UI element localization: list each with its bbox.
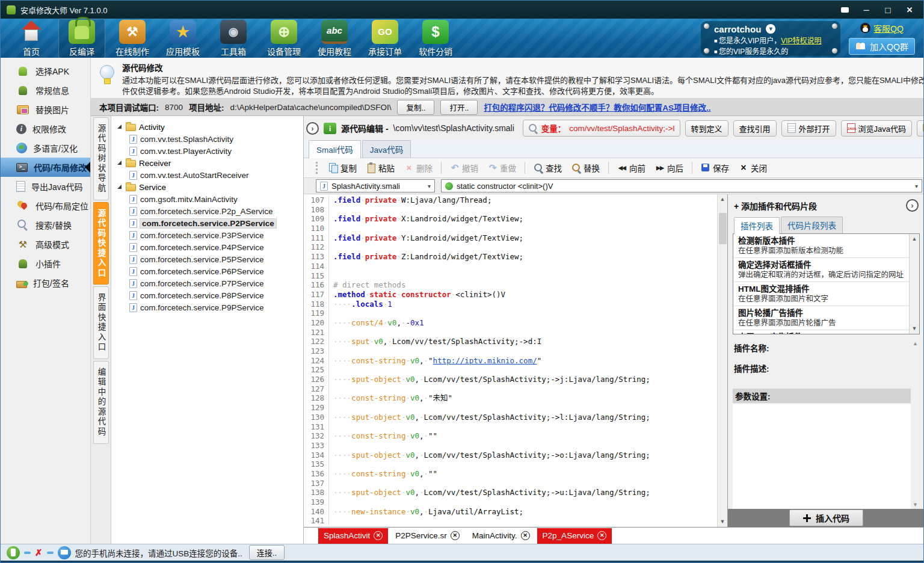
tab-java[interactable]: Java代码	[362, 140, 411, 158]
sidebar-item-export-java[interactable]: 导出Java代码	[1, 177, 90, 196]
open-external-button[interactable]: 外部打开	[781, 120, 836, 137]
sidebar-item-advanced[interactable]: ⚒高级模式	[1, 235, 90, 254]
plugin-list-scrollbar[interactable]: ▲ ▼	[909, 234, 919, 334]
sidebar-item-code-locate[interactable]: 代码/布局定位	[1, 196, 90, 215]
tree-item[interactable]: Jcom.forcetech.service.P4PService	[114, 241, 301, 253]
copy-path-button[interactable]: 复制..	[397, 100, 434, 115]
plugin-tab-0[interactable]: 插件列表	[734, 217, 780, 234]
file-select[interactable]: J SplashActivity.smali ▾	[316, 179, 435, 192]
code-scrollbar[interactable]: ▲ ▼	[717, 194, 727, 527]
scroll-down-icon[interactable]: ▼	[910, 324, 920, 334]
code-editor[interactable]: 107.field·private·W:Ljava/lang/Thread;10…	[304, 194, 727, 527]
chevron-down-icon[interactable]: ▾	[766, 24, 775, 34]
vtab-editing[interactable]: 编辑中的源代码	[93, 361, 109, 444]
nav-item-online[interactable]: ⚒在线制作	[109, 19, 156, 58]
code-lines[interactable]: 107.field·private·W:Ljava/lang/Thread;10…	[304, 194, 717, 527]
tree-item[interactable]: Jcom.forcetech.service.P8PService	[114, 289, 301, 301]
expanded-arrow-icon[interactable]	[117, 125, 122, 129]
tree-item[interactable]: Jcom.vv.test.AutoStartReceiver	[114, 169, 301, 181]
save-button[interactable]: 保存	[697, 160, 733, 176]
collapse-panel-button[interactable]: ›	[906, 199, 919, 212]
plugin-list-item[interactable]: 确定选择对话框插件弹出确定和取消的对话框，确定后访问指定的网址	[733, 258, 909, 282]
close-tab-icon[interactable]: ✕	[374, 531, 383, 540]
copy-button[interactable]: 复制	[325, 160, 360, 176]
expanded-arrow-icon[interactable]	[117, 185, 122, 189]
tree-group[interactable]: Receiver	[114, 157, 301, 169]
join-qq-group-button[interactable]: 加入QQ群	[849, 38, 915, 55]
sidebar-item-permission[interactable]: i权限修改	[1, 119, 90, 138]
tree-group[interactable]: Service	[114, 181, 301, 193]
goto-definition-button[interactable]: 转到定义	[685, 120, 728, 137]
tree-item[interactable]: Jcom.forcetech.service.P2PService	[114, 217, 301, 229]
vip-privilege-link[interactable]: VIP特权说明	[781, 37, 821, 45]
as-project-help-link[interactable]: 打包的程序闪退？代码修改不顺手？教你如何配置AS项目修改..	[484, 101, 710, 113]
close-tab-icon[interactable]: ✕	[521, 531, 530, 540]
nav-item-orders[interactable]: GO承接订单	[362, 19, 408, 58]
view-java-button[interactable]: JAVA浏览Java代码	[841, 120, 912, 137]
sidebar-item-replace-image[interactable]: 替换图片	[1, 100, 90, 119]
sidebar-item-language[interactable]: 多语言/汉化	[1, 138, 90, 158]
sidebar-item-search-replace[interactable]: 搜索/替换	[1, 215, 90, 235]
file-tab[interactable]: P2p_AService✕	[537, 528, 612, 544]
nav-item-template[interactable]: ★应用模板	[159, 19, 206, 58]
tree-group[interactable]: Activity	[114, 121, 301, 133]
tree-item[interactable]: Jcom.vv.test.SplashActivity	[114, 133, 301, 145]
nav-item-sales[interactable]: $软件分销	[412, 19, 459, 58]
nav-item-toolbox[interactable]: ◉工具箱	[210, 19, 257, 58]
connect-button[interactable]: 连接..	[249, 545, 285, 560]
find-button[interactable]: 查找	[530, 160, 565, 176]
vtab-tree[interactable]: 源代码树状导航	[93, 117, 109, 200]
tab-smali[interactable]: Smali代码	[309, 140, 361, 158]
tree-item[interactable]: Jcom.forcetech.service.P5PService	[114, 253, 301, 265]
tree-item[interactable]: Jcom.forcetech.service.P2p_AService	[114, 205, 301, 217]
sidebar-item-code-layout[interactable]: >_代码/布局修改	[1, 158, 90, 177]
method-select[interactable]: static constructor <clinit>()V ▾	[441, 179, 922, 192]
close-tab-icon[interactable]: ✕	[597, 531, 606, 540]
plugin-list-item[interactable]: 检测新版本插件在任意界面添加新版本检测功能	[733, 234, 909, 258]
tree-item[interactable]: Jcom.forcetech.service.P7PService	[114, 277, 301, 289]
plugin-list-item[interactable]: 图片轮播广告插件在任意界面添加图片轮播广告	[733, 306, 909, 330]
maximize-button[interactable]	[879, 3, 897, 16]
nav-item-home[interactable]: 首页	[8, 19, 55, 58]
nav-item-device[interactable]: ⊕设备管理	[260, 19, 307, 58]
panel-scrollbar[interactable]: ▲▼	[911, 339, 920, 509]
vtab-quick[interactable]: 源代码快捷入口	[93, 202, 109, 285]
sidebar-item-select-apk[interactable]: 选择APK	[1, 61, 90, 81]
plugin-list-item[interactable]: HTML图文混排插件在任意界面添加图片和文字	[733, 282, 909, 306]
plugin-list-item[interactable]: 内置Apk广告插件	[733, 330, 909, 334]
goto-directory-button[interactable]: 转到目	[917, 120, 924, 137]
service-qq-link[interactable]: 客服QQ	[860, 22, 904, 34]
minimize-button[interactable]	[857, 3, 875, 16]
open-path-button[interactable]: 打开..	[440, 100, 478, 115]
forward-button[interactable]: ◀◀向前	[614, 160, 649, 176]
find-references-button[interactable]: 查找引用	[733, 120, 777, 137]
nav-item-tutorial[interactable]: abc使用教程	[311, 19, 358, 58]
vtab-ui[interactable]: 界面快捷入口	[93, 286, 109, 359]
close-button[interactable]	[901, 3, 919, 16]
feedback-icon[interactable]	[836, 3, 854, 16]
tree-item[interactable]: Jcom.vv.test.PlayerActivity	[114, 145, 301, 157]
backward-button[interactable]: ▶▶向后	[651, 160, 687, 176]
tree-item[interactable]: Jcom.gsoft.mitv.MainActivity	[114, 193, 301, 205]
close-tab-icon[interactable]: ✕	[451, 531, 460, 540]
scroll-up-icon[interactable]: ▲	[718, 194, 728, 205]
sidebar-item-package-sign[interactable]: 打包/签名	[1, 273, 90, 292]
file-tab[interactable]: MainActivity.✕	[467, 528, 535, 544]
collapse-tree-button[interactable]: ›	[306, 122, 319, 135]
scroll-down-icon[interactable]: ▼	[718, 517, 728, 527]
file-tab[interactable]: SplashActivit✕	[318, 528, 388, 544]
sidebar-item-plugin[interactable]: 小插件	[1, 254, 90, 273]
insert-code-button[interactable]: 插入代码	[789, 509, 863, 526]
scroll-thumb[interactable]	[719, 213, 727, 244]
tree-item[interactable]: Jcom.forcetech.service.P6PService	[114, 265, 301, 277]
file-tab[interactable]: P2PService.sr✕	[390, 528, 465, 544]
nav-item-decompile[interactable]: 反编译	[58, 19, 105, 58]
plugin-tab-1[interactable]: 代码片段列表	[781, 217, 843, 233]
tree-item[interactable]: Jcom.forcetech.service.P9PService	[114, 301, 301, 313]
paste-button[interactable]: 粘贴	[363, 160, 398, 176]
close-button[interactable]: ×关闭	[735, 160, 771, 176]
tree-item[interactable]: Jcom.forcetech.service.P3PService	[114, 229, 301, 241]
sidebar-item-general-info[interactable]: 常规信息	[1, 81, 90, 100]
replace-button[interactable]: 替换	[568, 160, 603, 176]
variable-search-group[interactable]: 变量： com/vv/test/SplashActivity;->l	[523, 120, 680, 137]
